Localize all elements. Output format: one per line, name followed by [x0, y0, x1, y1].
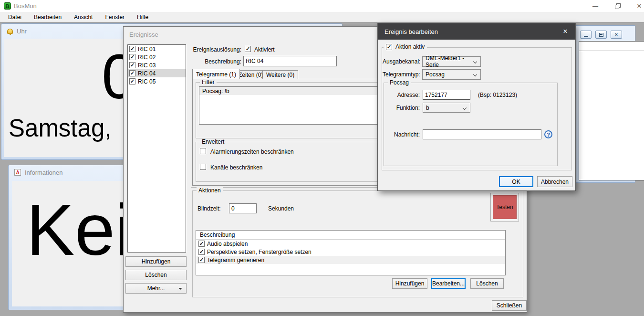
list-item[interactable]: Perspektive setzen, Fenstergröße setzen	[196, 248, 505, 256]
adresse-input[interactable]: 1752177	[423, 90, 470, 100]
telegrammtyp-label: Telegrammtyp:	[383, 71, 420, 78]
list-item[interactable]: Audio abspielen	[196, 240, 505, 248]
alarmzeiten-label: Alarmierungszeiten beschränken	[210, 148, 294, 155]
help-icon[interactable]: ?	[544, 130, 552, 138]
checkbox[interactable]	[129, 54, 135, 60]
delete-ric-button[interactable]: Löschen	[125, 270, 187, 280]
nachricht-input[interactable]	[423, 129, 541, 139]
menu-ansicht[interactable]: Ansicht	[68, 12, 99, 22]
list-item[interactable]: RIC 02	[128, 53, 186, 61]
alarmzeiten-checkbox[interactable]	[200, 148, 206, 154]
aktiviert-checkbox[interactable]	[245, 46, 251, 52]
blindzeit-input[interactable]: 0	[229, 203, 257, 213]
ric-label: RIC 02	[138, 54, 156, 61]
aktion-aktiv-row: Aktion aktiv	[384, 43, 427, 50]
ric-label: RIC 01	[138, 46, 156, 53]
edit-action-button[interactable]: Bearbeiten...	[431, 278, 466, 289]
checkbox[interactable]	[129, 62, 135, 68]
minimize-glyph	[584, 36, 588, 37]
aktionen-group-label: Aktionen	[197, 187, 223, 194]
maximize-glyph	[599, 33, 603, 37]
close-icon[interactable]: ×	[628, 0, 644, 12]
menu-datei[interactable]: Datei	[2, 12, 28, 22]
aktionen-list-header: Beschreibung	[196, 231, 505, 240]
kanaele-label: Kanäle beschränken	[210, 164, 262, 171]
menu-fenster[interactable]: Fenster	[99, 12, 131, 22]
list-item[interactable]: RIC 05	[128, 77, 186, 85]
add-ric-button[interactable]: Hinzufügen	[125, 256, 187, 267]
child-close-icon[interactable]: ×	[611, 31, 622, 39]
app-icon: B	[4, 2, 11, 10]
aktiviert-label: Aktiviert	[254, 46, 275, 53]
checkbox[interactable]	[198, 249, 205, 255]
list-item[interactable]: Telegramm generieren	[196, 256, 505, 264]
erweitert-group-label: Erweitert	[200, 138, 226, 145]
bosmon-main-window: B BosMon — × Datei Bearbeiten Ansicht Fe…	[0, 0, 644, 316]
ereignisse-title: Ereignisse	[129, 31, 158, 38]
checkbox[interactable]	[129, 46, 135, 52]
clock-date: Samstag,	[9, 116, 111, 140]
ric-listbox[interactable]: RIC 01 RIC 02 RIC 03 RIC 04 RIC 05	[127, 44, 186, 253]
side-window-list-header	[579, 42, 644, 51]
checkbox[interactable]	[129, 70, 135, 76]
add-action-button[interactable]: Hinzufügen	[392, 278, 427, 289]
kanaele-checkbox[interactable]	[200, 164, 206, 170]
info-a-icon: A	[14, 169, 21, 176]
aktion-label: Telegramm generieren	[207, 257, 264, 263]
menu-bar: Datei Bearbeiten Ansicht Fenster Hilfe	[0, 12, 644, 22]
funktion-select[interactable]: b	[423, 103, 470, 113]
list-item[interactable]: RIC 01	[128, 45, 186, 53]
restore-glyph	[615, 3, 620, 9]
ric-label: RIC 03	[138, 62, 156, 69]
ric-label: RIC 04	[138, 70, 156, 77]
bell-icon	[7, 29, 13, 34]
restore-icon[interactable]	[606, 0, 628, 12]
main-titlebar: B BosMon — ×	[0, 0, 644, 12]
edit-dialog-close-icon[interactable]: ×	[560, 26, 571, 37]
more-button[interactable]: Mehr...	[125, 283, 187, 294]
info-big-text: Kei	[26, 193, 131, 266]
ric-label: RIC 05	[138, 78, 156, 85]
pocsag-group-label: Pocsag	[388, 79, 411, 86]
cancel-button[interactable]: Abbrechen	[537, 176, 572, 187]
aktion-label: Audio abspielen	[207, 241, 248, 247]
checkbox[interactable]	[198, 257, 205, 263]
menu-hilfe[interactable]: Hilfe	[131, 12, 155, 22]
schliessen-button[interactable]: Schließen	[492, 300, 527, 311]
minimize-icon[interactable]: —	[584, 0, 606, 12]
app-title: BosMon	[14, 2, 37, 10]
list-item[interactable]: RIC 03	[128, 61, 186, 69]
ok-button[interactable]: OK	[499, 176, 533, 187]
description-label: Beschreibung:	[186, 58, 241, 65]
nachricht-label: Nachricht:	[391, 131, 420, 138]
aktion-aktiv-checkbox[interactable]	[386, 44, 392, 50]
checkbox[interactable]	[129, 78, 135, 84]
list-item[interactable]: RIC 04	[128, 69, 186, 77]
menu-bearbeiten[interactable]: Bearbeiten	[28, 12, 68, 22]
uhr-title: Uhr	[17, 28, 27, 35]
aktion-aktiv-label: Aktion aktiv	[395, 43, 425, 50]
testen-button[interactable]: Testen	[493, 195, 517, 219]
ereignis-bearbeiten-dialog: Ereignis bearbeiten × Aktion aktiv Ausga…	[377, 23, 576, 191]
child-minimize-icon[interactable]	[580, 31, 592, 39]
blindzeit-label: Blindzeit:	[197, 205, 221, 212]
description-input[interactable]: RIC 04	[243, 56, 337, 66]
telegrammtyp-select[interactable]: Pocsag	[422, 69, 481, 80]
informationen-title: Informationen	[25, 169, 63, 176]
ausgabekanal-label: Ausgabekanal:	[383, 58, 420, 65]
checkbox[interactable]	[198, 241, 205, 247]
tab-telegramme[interactable]: Telegramme (1)	[192, 69, 240, 79]
adresse-hint: (Bsp: 0123123)	[478, 92, 517, 98]
delete-action-button[interactable]: Löschen	[470, 278, 504, 289]
child-maximize-icon[interactable]	[595, 31, 607, 39]
tab-weitere[interactable]: Weitere (0)	[262, 70, 298, 79]
chevron-down-icon	[178, 288, 182, 290]
ausgabekanal-select[interactable]: DME-Melder1 - Serie	[422, 56, 481, 67]
adresse-label: Adresse:	[391, 92, 420, 98]
blindzeit-unit-label: Sekunden	[268, 205, 294, 212]
aktionen-list[interactable]: Beschreibung Audio abspielen Perspektive…	[196, 230, 506, 275]
edit-dialog-titlebar[interactable]: Ereignis bearbeiten	[378, 23, 575, 40]
testen-button-frame: Testen	[490, 193, 519, 221]
aktionen-group: Aktionen Blindzeit: 0 Sekunden Testen Be…	[192, 190, 523, 297]
side-window-list[interactable]	[579, 41, 644, 180]
